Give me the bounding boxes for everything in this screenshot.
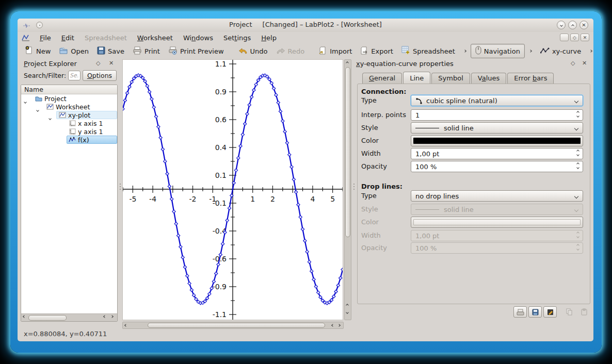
load-template-button[interactable] <box>513 306 527 318</box>
tree-horizontal-scrollbar[interactable] <box>21 313 117 321</box>
tree-row-fx[interactable]: f(x) <box>21 136 117 144</box>
menu-file[interactable]: File <box>35 33 56 43</box>
menu-worksheet[interactable]: Worksheet <box>132 33 178 43</box>
spin-down-icon[interactable] <box>576 166 579 169</box>
scroll-right-icon[interactable] <box>338 324 340 326</box>
scroll-right-icon[interactable] <box>111 316 113 318</box>
curve-icon <box>69 137 76 143</box>
menu-edit[interactable]: Edit <box>56 33 79 43</box>
dock-close-icon[interactable]: ✕ <box>109 60 114 67</box>
worksheet-vertical-scrollbar[interactable] <box>344 59 351 320</box>
color-label: Color <box>361 137 379 144</box>
tab-error-bars[interactable]: Error bars <box>507 73 554 84</box>
solid-line-icon <box>415 209 439 210</box>
tab-line[interactable]: Line <box>403 72 430 84</box>
tree-row-y-axis[interactable]: y axis 1 <box>21 127 117 136</box>
dock-splitter[interactable] <box>119 184 121 190</box>
save-button[interactable]: Save <box>93 45 128 58</box>
style-label: Style <box>361 124 378 131</box>
tree-row-x-axis[interactable]: x axis 1 <box>21 119 117 127</box>
properties-tabs: General Line Symbol Values Error bars <box>362 73 555 84</box>
dock-float-icon[interactable]: ◇ <box>571 60 575 67</box>
mdi-close-button[interactable]: ✕ <box>581 34 589 41</box>
xy-curve-button[interactable]: xy-curve <box>536 45 585 57</box>
minimize-button[interactable] <box>557 21 566 29</box>
interp-points-spinbox[interactable]: 1 <box>411 109 583 121</box>
close-button[interactable]: ✕ <box>579 21 588 29</box>
dock-float-icon[interactable]: ◇ <box>96 60 100 67</box>
options-button[interactable]: Options <box>83 70 117 81</box>
mdi-restore-button[interactable] <box>560 34 569 41</box>
import-button[interactable]: Import <box>315 45 356 58</box>
mdi-float-button[interactable]: ◇ <box>570 34 579 41</box>
connection-type-combobox[interactable]: cubic spline (natural) <box>411 95 583 106</box>
scroll-left-icon[interactable] <box>104 316 106 318</box>
line-color-button[interactable] <box>411 135 583 146</box>
plot-canvas[interactable]: -5-4-2-112451.10.90.60.40.1-0.1-0.4-0.6-… <box>123 60 343 320</box>
scroll-down-icon[interactable] <box>346 311 348 313</box>
undo-button[interactable]: Undo <box>234 45 272 58</box>
drop-width-label: Width <box>361 231 381 239</box>
menu-spreadsheet: Spreadsheet <box>79 33 132 43</box>
drop-lines-style-combobox: solid line <box>411 204 583 215</box>
titlebar[interactable]: Project[Changed] – LabPlot2 - [Worksheet… <box>18 19 593 32</box>
drop-color-label: Color <box>361 218 379 226</box>
dock-close-icon[interactable]: ✕ <box>582 60 587 67</box>
save-template-button[interactable] <box>528 306 542 318</box>
print-preview-button[interactable]: Print Preview <box>164 45 228 58</box>
svg-text:1: 1 <box>250 195 255 203</box>
tab-symbol[interactable]: Symbol <box>431 73 470 84</box>
menu-settings[interactable]: Settings <box>218 33 256 43</box>
open-button[interactable]: Open <box>55 45 93 58</box>
line-color-swatch <box>413 138 581 144</box>
new-button[interactable]: New <box>21 44 55 58</box>
tree-row-project[interactable]: Project <box>21 94 117 103</box>
toolbar-extension-chevron[interactable] <box>529 50 532 52</box>
maximize-button[interactable] <box>568 21 577 29</box>
spin-up-icon[interactable] <box>576 111 579 114</box>
svg-text:4: 4 <box>310 195 315 203</box>
spin-down-icon[interactable] <box>576 153 579 156</box>
dock-splitter[interactable] <box>353 184 355 190</box>
xy-curve-icon <box>540 47 550 56</box>
line-width-spinbox[interactable]: 1,00 pt <box>411 148 583 159</box>
print-button[interactable]: Print <box>128 45 164 58</box>
scroll-up-icon[interactable] <box>346 62 348 64</box>
navigation-button[interactable]: Navigation <box>471 44 525 58</box>
tree-row-worksheet[interactable]: Worksheet <box>21 103 117 111</box>
spin-down-icon[interactable] <box>576 114 579 118</box>
statusbar: x=0.880084, y=0.40711 <box>18 328 593 341</box>
toolbar-extension-chevron[interactable] <box>590 50 592 52</box>
tab-values[interactable]: Values <box>471 73 506 84</box>
drop-lines-type-combobox[interactable]: no drop lines <box>411 190 583 202</box>
menu-windows[interactable]: Windows <box>178 33 218 43</box>
search-input[interactable] <box>68 71 80 80</box>
svg-text:-2: -2 <box>189 195 197 203</box>
folder-icon <box>35 95 42 102</box>
edit-template-button[interactable] <box>543 306 557 318</box>
menubar: File Edit Spreadsheet Worksheet Windows … <box>18 32 593 43</box>
toolbar-extension-chevron[interactable] <box>464 50 466 52</box>
svg-text:2: 2 <box>270 195 275 203</box>
solid-line-icon <box>415 128 439 128</box>
undo-icon <box>238 46 248 56</box>
tab-general[interactable]: General <box>362 73 402 84</box>
project-explorer-title: Project Explorer <box>24 60 77 68</box>
scroll-up-icon[interactable] <box>346 304 348 306</box>
scroll-left-icon[interactable] <box>125 324 127 326</box>
spin-up-icon[interactable] <box>576 150 579 153</box>
open-folder-icon <box>59 46 68 56</box>
worksheet-plot[interactable]: -5-4-2-112451.10.90.60.40.1-0.1-0.4-0.6-… <box>122 59 343 320</box>
line-opacity-spinbox[interactable]: 100 % <box>411 161 583 172</box>
spin-up-icon[interactable] <box>576 162 579 166</box>
labplot-window: Project[Changed] – LabPlot2 - [Worksheet… <box>18 19 593 341</box>
tree-row-xy-plot[interactable]: xy-plot <box>21 111 117 119</box>
window-title: Project[Changed] – LabPlot2 - [Worksheet… <box>18 21 593 28</box>
export-button[interactable]: Export <box>356 45 397 58</box>
menu-help[interactable]: Help <box>256 33 282 43</box>
scroll-left-icon[interactable] <box>332 324 334 326</box>
spreadsheet-button[interactable]: Spreadsheet <box>397 44 459 58</box>
tree-column-header-name[interactable]: Name <box>21 85 117 94</box>
line-style-combobox[interactable]: solid line <box>411 122 583 134</box>
scroll-left-icon[interactable] <box>23 316 25 318</box>
